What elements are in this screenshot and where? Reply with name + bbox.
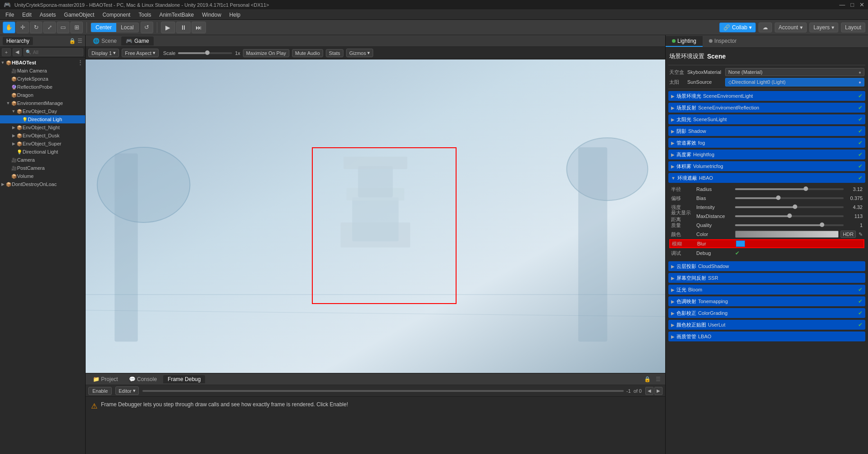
hierarchy-back-button[interactable]: ◀ bbox=[13, 48, 22, 56]
menu-file[interactable]: File bbox=[2, 11, 18, 19]
game-tab[interactable]: 🎮 Game bbox=[121, 36, 154, 45]
move-tool-button[interactable]: ✛ bbox=[16, 22, 29, 33]
panel-menu-icon[interactable]: ☰ bbox=[78, 38, 82, 44]
post-section-header[interactable]: ▶ 颜色校正贴图 UserLut ✔ bbox=[668, 320, 865, 330]
frame-debug-slider[interactable] bbox=[142, 390, 624, 392]
tree-item[interactable]: 💡Directional Light bbox=[0, 148, 85, 156]
scale-slider[interactable] bbox=[178, 52, 232, 54]
hbao-slider-thumb[interactable] bbox=[793, 204, 797, 209]
frame-debug-enable-button[interactable]: Enable bbox=[88, 387, 112, 395]
menu-assets[interactable]: Assets bbox=[36, 11, 59, 19]
hbao-slider-thumb[interactable] bbox=[804, 186, 808, 191]
tree-item[interactable]: ▶📦EnvObject_Dusk bbox=[0, 132, 85, 140]
step-button[interactable]: ⏭ bbox=[192, 22, 206, 33]
layout-button[interactable]: Layout bbox=[841, 23, 865, 32]
scale-thumb[interactable] bbox=[205, 50, 210, 55]
play-button[interactable]: ▶ bbox=[161, 22, 175, 33]
layers-button[interactable]: Layers ▾ bbox=[809, 23, 838, 32]
post-section-header[interactable]: ▶ 屏幕空间反射 SSR bbox=[668, 273, 865, 283]
blur-swatch[interactable] bbox=[736, 241, 745, 247]
hierarchy-add-button[interactable]: + bbox=[2, 48, 11, 56]
lighting-tab[interactable]: Lighting bbox=[666, 36, 703, 47]
pause-button[interactable]: ⏸ bbox=[176, 22, 191, 33]
menu-component[interactable]: Component bbox=[99, 11, 134, 19]
menu-animtextbake[interactable]: AnimTextBake bbox=[155, 11, 197, 19]
close-button[interactable]: ✕ bbox=[859, 1, 864, 8]
section-header[interactable]: ▶ 场景环境光 SceneEnviromentLight ✔ bbox=[668, 91, 865, 101]
tree-item[interactable]: 🔮ReflectionProbe bbox=[0, 83, 85, 91]
menu-gameobject[interactable]: GameObject bbox=[60, 11, 98, 19]
menu-help[interactable]: Help bbox=[226, 11, 244, 19]
menu-window[interactable]: Window bbox=[198, 11, 225, 19]
tree-item[interactable]: 🎥Main Camera bbox=[0, 67, 85, 75]
post-section-header[interactable]: ▶ 色影校正 ColorGrading ✔ bbox=[668, 308, 865, 318]
mute-audio-button[interactable]: Mute Audio bbox=[292, 49, 323, 57]
sun-value[interactable]: ◇Directional Light0 (Light) ● bbox=[725, 78, 864, 86]
console-tab[interactable]: 💬 Console bbox=[124, 375, 161, 383]
menu-edit[interactable]: Edit bbox=[18, 11, 35, 19]
minimize-button[interactable]: — bbox=[839, 1, 845, 8]
frame-debug-prev-button[interactable]: ◀ bbox=[645, 387, 653, 395]
tree-item[interactable]: ▼📦EnvironmentManage bbox=[0, 99, 85, 107]
rect-tool-button[interactable]: ▭ bbox=[57, 22, 69, 33]
hbao-slider-thumb[interactable] bbox=[820, 222, 824, 227]
section-header[interactable]: ▶ 太阳光 SceneSunLight ✔ bbox=[668, 114, 865, 124]
panel-lock-icon[interactable]: 🔒 bbox=[69, 38, 76, 44]
scene-tab[interactable]: 🌐 Scene bbox=[88, 36, 121, 45]
tree-item[interactable]: 🎥Camera bbox=[0, 156, 85, 164]
tree-item[interactable]: ▶📦DontDestroyOnLoac bbox=[0, 180, 85, 188]
tree-item[interactable]: 💡Directional Ligh bbox=[0, 115, 85, 123]
post-section-header[interactable]: ▶ 色调映射 Tonemapping ✔ bbox=[668, 296, 865, 306]
section-header[interactable]: ▶ 高度雾 Heightfog ✔ bbox=[668, 150, 865, 159]
transform-tool-button[interactable]: ⊞ bbox=[70, 22, 83, 33]
tree-overflow-icon[interactable]: ⋮ bbox=[77, 59, 83, 66]
hbao-slider-track[interactable] bbox=[735, 197, 844, 199]
hbao-slider-track[interactable] bbox=[735, 224, 844, 226]
hand-tool-button[interactable]: ✋ bbox=[3, 22, 15, 33]
hbao-header[interactable]: ▼ 环境遮蔽 HBAO ✔ bbox=[668, 173, 865, 183]
hierarchy-tab[interactable]: Hierarchy bbox=[3, 37, 33, 45]
gizmos-button[interactable]: Gizmos ▾ bbox=[346, 49, 373, 57]
collab-button[interactable]: 🔗 Collab ▾ bbox=[719, 23, 755, 32]
section-header[interactable]: ▶ 场景反射 SceneEnviromentReflection ✔ bbox=[668, 103, 865, 113]
section-header[interactable]: ▶ 体积雾 Volumetricfog ✔ bbox=[668, 161, 865, 171]
frame-debug-tab[interactable]: Frame Debug bbox=[163, 375, 205, 383]
refresh-button[interactable]: ↺ bbox=[141, 22, 153, 33]
tree-item[interactable]: ▼📦EnvObject_Day bbox=[0, 107, 85, 115]
tree-item[interactable]: 📦Dragon bbox=[0, 91, 85, 99]
inspector-tab[interactable]: Inspector bbox=[703, 36, 743, 47]
aspect-select[interactable]: Free Aspect ▾ bbox=[122, 49, 159, 57]
post-section-header[interactable]: ▶ 画质管管 LBAO bbox=[668, 331, 865, 341]
section-header[interactable]: ▶ 阴影 Shadow ✔ bbox=[668, 126, 865, 136]
hbao-slider-track[interactable] bbox=[735, 215, 844, 217]
account-button[interactable]: Account ▾ bbox=[775, 23, 807, 32]
hbao-slider-track[interactable] bbox=[735, 206, 844, 208]
stats-button[interactable]: Stats bbox=[326, 49, 343, 57]
tree-item[interactable]: 📦CrytekSponza bbox=[0, 75, 85, 83]
tree-item[interactable]: 🎥PostCamera bbox=[0, 164, 85, 172]
frame-debug-next-button[interactable]: ▶ bbox=[654, 387, 662, 395]
hbao-slider-track[interactable] bbox=[735, 188, 844, 190]
display-select[interactable]: Display 1 ▾ bbox=[88, 49, 119, 57]
post-section-header[interactable]: ▶ 泛光 Bloom ✔ bbox=[668, 285, 865, 295]
section-header[interactable]: ▶ 管道雾效 fog ✔ bbox=[668, 138, 865, 148]
scale-tool-button[interactable]: ⤢ bbox=[43, 22, 56, 33]
tree-item[interactable]: ▼📦HBAOTest⋮ bbox=[0, 59, 85, 67]
hbao-slider-thumb[interactable] bbox=[776, 195, 781, 200]
color-swatch[interactable] bbox=[735, 231, 839, 238]
color-edit-button[interactable]: ✎ bbox=[859, 232, 863, 237]
cloud-button[interactable]: ☁ bbox=[758, 23, 772, 32]
maximize-button[interactable]: □ bbox=[850, 1, 854, 8]
frame-debug-editor-select[interactable]: Editor ▾ bbox=[115, 386, 139, 395]
rotate-tool-button[interactable]: ↻ bbox=[30, 22, 42, 33]
menu-tools[interactable]: Tools bbox=[135, 11, 155, 19]
bottom-panel-menu[interactable]: 🔒 ☰ bbox=[642, 376, 662, 382]
maximize-on-play-button[interactable]: Maximize On Play bbox=[243, 49, 289, 57]
project-tab[interactable]: 📁 Project bbox=[88, 375, 123, 383]
hbao-slider-thumb[interactable] bbox=[787, 213, 792, 218]
pivot-toggle[interactable]: Center Local bbox=[91, 23, 139, 32]
hierarchy-search[interactable]: 🔍 All bbox=[23, 48, 83, 56]
tree-item[interactable]: ▶📦EnvObject_Super bbox=[0, 140, 85, 148]
pivot-center[interactable]: Center bbox=[91, 23, 116, 32]
pivot-local[interactable]: Local bbox=[116, 23, 138, 32]
